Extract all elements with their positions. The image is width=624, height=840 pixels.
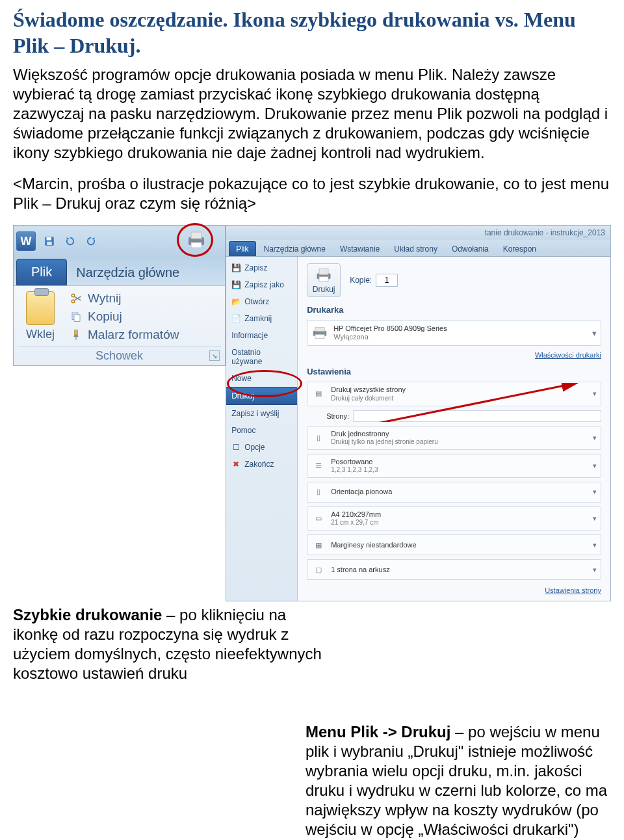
close-doc-icon: 📄 [231, 314, 240, 323]
quick-print-icon [185, 228, 208, 252]
setting-print-all: ▤ Drukuj wszystkie stronyDrukuj cały dok… [307, 382, 601, 406]
chevron-down-icon: ▾ [593, 541, 597, 549]
page-setup-link: Ustawienia strony [307, 586, 601, 594]
copy-button: Kopiuj [70, 309, 179, 324]
setting-print-all-sub: Drukuj cały dokument [331, 395, 406, 402]
printer-name: HP Officejet Pro 8500 A909g Series [333, 324, 447, 333]
tab-plik: Plik [16, 259, 67, 285]
nav-opcje-label: Opcje [244, 443, 265, 452]
page-single-icon: ▯ [311, 431, 326, 444]
printer-section-label: Drukarka [307, 305, 601, 315]
paper-icon: ▭ [311, 512, 326, 525]
setting-margins-title: Marginesy niestandardowe [331, 541, 416, 549]
printer-properties-link: Właściwości drukarki [307, 351, 601, 359]
setting-orientation-title: Orientacja pionowa [331, 488, 392, 496]
setting-margins: ▦ Marginesy niestandardowe ▾ [307, 534, 601, 555]
nav-ostatnio: Ostatnio używane [226, 344, 297, 370]
pages-range-row: Strony: [326, 410, 601, 422]
setting-collated: ☰ Posortowane1,2,3 1,2,3 1,2,3 ▾ [307, 454, 601, 478]
setting-collated-sub: 1,2,3 1,2,3 1,2,3 [331, 466, 378, 474]
nav-nowe: Nowe [226, 370, 297, 387]
margins-icon: ▦ [311, 538, 326, 551]
word-app-icon: W [16, 231, 36, 251]
caption-left-bold: Szybkie drukowanie [13, 606, 162, 623]
clipboard-icon [26, 291, 55, 325]
nav-zapisz-jako: 💾Zapisz jako [226, 276, 297, 293]
nav-zamknij: 📄Zamknij [226, 310, 297, 327]
pages-range-input [353, 410, 601, 422]
nav-zapisz-jako-label: Zapisz jako [244, 280, 284, 289]
setting-pages-per-sheet-title: 1 strona na arkusz [331, 566, 390, 574]
chevron-down-icon: ▾ [593, 514, 597, 523]
clipboard-group-label: Schowek [96, 349, 143, 362]
save-icon [42, 234, 57, 248]
nav-informacje-label: Informacje [231, 331, 268, 340]
svg-rect-10 [74, 315, 80, 322]
cut-label: Wytnij [88, 291, 122, 306]
nav-zapisz-label: Zapisz [244, 263, 267, 272]
caption-right: Menu Plik -> Drukuj – po wejściu w menu … [306, 722, 611, 839]
setting-print-all-title: Drukuj wszystkie strony [331, 386, 406, 394]
chevron-down-icon: ▾ [593, 488, 597, 496]
options-icon: ☐ [231, 443, 240, 452]
copies-label: Kopie: [350, 276, 372, 285]
nav-pomoc: Pomoc [226, 422, 297, 439]
svg-point-19 [324, 332, 325, 333]
nav-otworz: 📂Otwórz [226, 293, 297, 310]
page-title: Świadome oszczędzanie. Ikona szybkiego d… [13, 7, 611, 59]
setting-one-sided-sub: Drukuj tylko na jednej stronie papieru [331, 438, 438, 446]
setting-one-sided: ▯ Druk jednostronnyDrukuj tylko na jedne… [307, 426, 601, 450]
printer-selector: HP Officejet Pro 8500 A909g Series Wyłąc… [307, 320, 601, 346]
setting-collated-title: Posortowane [331, 458, 378, 466]
format-painter-button: Malarz formatów [70, 328, 179, 342]
backstage-nav: 💾Zapisz 💾Zapisz jako 📂Otwórz 📄Zamknij In… [226, 257, 298, 601]
copy-icon [70, 310, 83, 323]
window-titlebar: tanie drukowanie - instrukcje_2013 [226, 226, 610, 240]
setting-orientation: ▯ Orientacja pionowa ▾ [307, 482, 601, 503]
setting-one-sided-title: Druk jednostronny [331, 430, 438, 438]
svg-rect-12 [75, 337, 77, 340]
tab-wstawianie: Wstawianie [333, 242, 386, 256]
nav-drukuj: Drukuj [226, 387, 297, 405]
saveas-icon: 💾 [231, 280, 240, 289]
tab-narzedzia-glowne: Narzędzia główne [67, 260, 188, 285]
svg-rect-15 [319, 277, 328, 282]
nav-nowe-label: Nowe [231, 374, 252, 383]
copies-input [376, 274, 398, 287]
portrait-icon: ▯ [311, 486, 326, 499]
paste-label: Wklej [18, 328, 63, 341]
nav-opcje: ☐Opcje [226, 439, 297, 456]
copy-label: Kopiuj [88, 309, 122, 324]
print-big-label: Drukuj [313, 285, 335, 294]
nav-informacje: Informacje [226, 327, 297, 344]
svg-rect-4 [191, 232, 202, 239]
nav-otworz-label: Otwórz [244, 297, 269, 306]
nav-zapisz-wyslij-label: Zapisz i wyślij [231, 409, 279, 418]
nav-drukuj-label: Drukuj [231, 391, 254, 400]
tab-plik-r: Plik [229, 241, 255, 256]
svg-rect-5 [191, 243, 202, 248]
save-icon: 💾 [231, 263, 240, 272]
pages-icon: ▤ [311, 387, 326, 400]
nav-zakoncz: ✖Zakończ [226, 456, 297, 473]
paragraph-2-note: <Marcin, prośba o ilustracje pokazujące … [13, 174, 611, 213]
svg-point-6 [201, 239, 203, 241]
setting-papersize: ▭ A4 210x297mm21 cm x 29,7 cm ▾ [307, 506, 601, 531]
paragraph-1: Większość programów opcje drukowania pos… [13, 65, 611, 163]
nav-ostatnio-label: Ostatnio używane [231, 348, 292, 366]
nav-pomoc-label: Pomoc [231, 426, 255, 435]
setting-papersize-title: A4 210x297mm [331, 510, 381, 519]
setting-pages-per-sheet: ▢ 1 strona na arkusz ▾ [307, 559, 601, 580]
svg-rect-2 [47, 242, 52, 245]
printer-status: Wyłączona [333, 333, 447, 341]
svg-rect-1 [47, 237, 52, 241]
printer-device-icon [311, 326, 328, 340]
screenshot-file-print: tanie drukowanie - instrukcje_2013 Plik … [226, 225, 611, 601]
nav-zapisz: 💾Zapisz [226, 259, 297, 276]
chevron-down-icon: ▾ [593, 566, 597, 574]
collate-icon: ☰ [311, 459, 326, 472]
printer-icon [315, 267, 333, 285]
nav-zakoncz-label: Zakończ [244, 460, 274, 469]
folder-open-icon: 📂 [231, 297, 240, 306]
redo-icon [84, 234, 98, 248]
